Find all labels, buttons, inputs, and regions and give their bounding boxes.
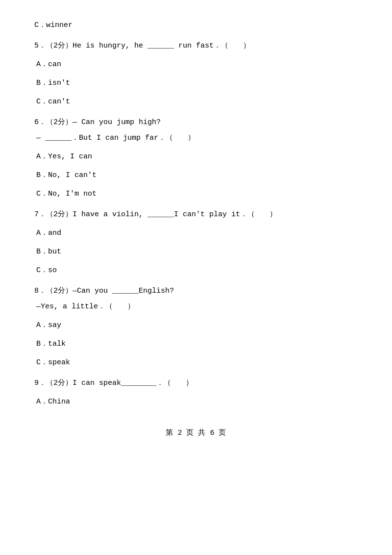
question-6-line2: — ______．But I can jump far．（ ） — [36, 132, 358, 144]
q7-option-b-text: B．but — [36, 248, 61, 256]
q7-option-b: B．but — [36, 246, 358, 258]
question-7-text: 7．（2分）I have a violin, ______I can't pla… — [34, 210, 277, 219]
q9-option-a: A．China — [36, 396, 358, 408]
q6-option-b: B．No, I can't — [36, 170, 358, 181]
q5-option-c: C．can't — [36, 96, 358, 108]
page-footer-text: 第 2 页 共 6 页 — [166, 429, 226, 437]
question-6-line1: 6．（2分）— Can you jump high? — [34, 117, 358, 128]
question-8-line1: 8．（2分）—Can you ______English? — [34, 285, 358, 297]
question-8-line2: —Yes, a little．（ ） — [36, 301, 358, 313]
q7-option-c-text: C．so — [36, 266, 57, 275]
q7-option-a: A．and — [36, 227, 358, 239]
q8-option-c-text: C．speak — [36, 358, 70, 367]
q8-option-b-text: B．talk — [36, 340, 66, 348]
q8-option-b: B．talk — [36, 338, 358, 350]
question-5: 5．（2分）He is hungry, he ______ run fast．（… — [34, 40, 358, 52]
question-7: 7．（2分）I have a violin, ______I can't pla… — [34, 209, 358, 221]
q9-option-a-text: A．China — [36, 398, 70, 406]
q8-option-a-text: A．say — [36, 321, 61, 329]
q5-option-a-text: A．can — [36, 60, 61, 69]
q8-option-a: A．say — [36, 320, 358, 331]
q7-option-c: C．so — [36, 265, 358, 277]
question-5-text: 5．（2分）He is hungry, he ______ run fast．（… — [34, 42, 250, 50]
q8-option-c: C．speak — [36, 357, 358, 369]
q7-option-a-text: A．and — [36, 229, 61, 237]
q5-option-c-text: C．can't — [36, 98, 70, 106]
q6-option-a-text: A．Yes, I can — [36, 152, 92, 161]
q5-option-b: B．isn't — [36, 77, 358, 89]
q6-option-b-text: B．No, I can't — [36, 171, 97, 179]
question-9: 9．（2分）I can speak________．（ ） — [34, 378, 358, 389]
q6-option-a: A．Yes, I can — [36, 151, 358, 163]
q6-option-c-text: C．No, I'm not — [36, 190, 97, 198]
question-9-text: 9．（2分）I can speak________．（ ） — [34, 379, 193, 387]
question-6-line1-text: 6．（2分）— Can you jump high? — [34, 118, 161, 126]
question-8-line1-text: 8．（2分）—Can you ______English? — [34, 287, 174, 295]
question-8-line2-text: —Yes, a little．（ ） — [36, 303, 135, 311]
option-c-winner: C．winner — [34, 20, 358, 31]
question-6-line2-text: — ______．But I can jump far．（ ） — [36, 134, 195, 142]
q5-option-a: A．can — [36, 59, 358, 71]
q5-option-b-text: B．isn't — [36, 79, 70, 87]
page-footer: 第 2 页 共 6 页 — [34, 428, 358, 439]
q6-option-c: C．No, I'm not — [36, 188, 358, 200]
option-c-winner-text: C．winner — [34, 21, 73, 29]
